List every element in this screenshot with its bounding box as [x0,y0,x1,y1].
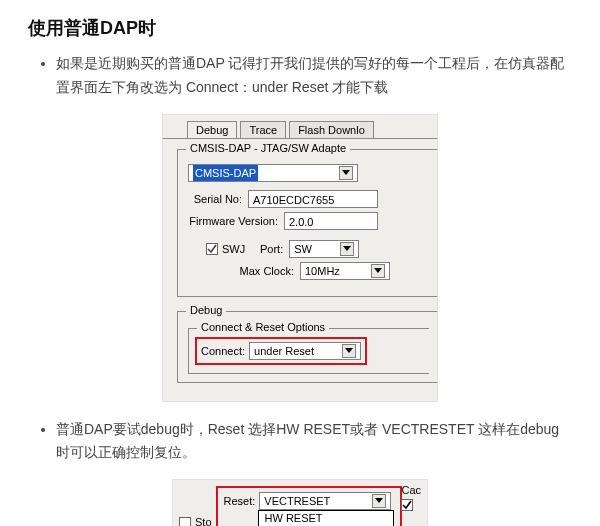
cac-checkbox[interactable] [401,499,413,511]
port-value: SW [294,241,312,257]
chevron-down-icon [372,494,386,508]
group-adapter-caption: CMSIS-DAP - JTAG/SW Adapte [186,142,350,154]
screenshot-debugger-config: DebugTraceFlash Downlo CMSIS-DAP - JTAG/… [162,114,438,402]
swj-checkbox[interactable] [206,243,218,255]
svg-marker-1 [343,246,351,251]
clock-select[interactable]: 10MHz [300,262,390,280]
group-connect-reset: Connect & Reset Options Connect: under R… [188,328,429,374]
port-select[interactable]: SW [289,240,359,258]
page-title: 使用普通DAP时 [28,16,572,40]
reset-options-list: HW RESET SYSRESETREQ (Default) VECTRESET [258,510,394,526]
clock-label: Max Clock: [188,265,300,277]
bullet-item: 普通DAP要试debug时，Reset 选择HW RESET或者 VECTRES… [56,418,572,466]
tab-bar: DebugTraceFlash Downlo [163,115,437,138]
svg-marker-4 [375,498,383,503]
connect-value: under Reset [254,343,314,359]
reset-select[interactable]: VECTRESET [259,492,391,510]
reset-option[interactable]: HW RESET [259,511,393,525]
bullet-list-2: 普通DAP要试debug时，Reset 选择HW RESET或者 VECTRES… [28,418,572,466]
reset-label: Reset: [224,495,260,507]
adapter-select-value: CMSIS-DAP [193,165,258,181]
tab-trace[interactable]: Trace [240,121,286,138]
reset-value: VECTRESET [264,493,330,509]
fw-field: 2.0.0 [284,212,378,230]
svg-marker-2 [374,268,382,273]
bullet-list-1: 如果是近期购买的普通DAP 记得打开我们提供的写好的每一个工程后，在仿真器配置界… [28,52,572,100]
tab-debug[interactable]: Debug [187,121,237,138]
bullet-item: 如果是近期购买的普通DAP 记得打开我们提供的写好的每一个工程后，在仿真器配置界… [56,52,572,100]
swj-label: SWJ [222,243,245,255]
group-connect-reset-caption: Connect & Reset Options [197,321,329,333]
highlight-box-connect: Connect: under Reset [195,337,367,365]
clock-value: 10MHz [305,263,340,279]
chevron-down-icon [342,344,356,358]
serial-label: Serial No: [188,193,248,205]
svg-marker-3 [345,348,353,353]
connect-select[interactable]: under Reset [249,342,361,360]
chevron-down-icon [371,264,385,278]
screenshot-reset-dropdown: Cac Sto Reset: VECTRESET HW RESET SYS [172,479,428,526]
group-adapter: CMSIS-DAP - JTAG/SW Adapte CMSIS-DAP Ser… [177,149,437,297]
group-debug: Debug Connect & Reset Options Connect: u… [177,311,437,383]
port-label: Port: [259,243,289,255]
connect-label: Connect: [201,345,249,357]
sto-checkbox[interactable] [179,517,191,526]
highlight-box-reset: Reset: VECTRESET HW RESET SYSRESETREQ (D… [216,486,402,526]
sto-label: Sto [195,516,212,526]
tab-flash[interactable]: Flash Downlo [289,121,374,138]
adapter-select[interactable]: CMSIS-DAP [188,164,358,182]
fw-label: Firmware Version: [188,215,284,227]
chevron-down-icon [340,242,354,256]
group-debug-caption: Debug [186,304,226,316]
serial-field[interactable]: A710ECDC7655 [248,190,378,208]
chevron-down-icon [339,166,353,180]
svg-marker-0 [342,170,350,175]
cac-label: Cac [401,484,421,496]
